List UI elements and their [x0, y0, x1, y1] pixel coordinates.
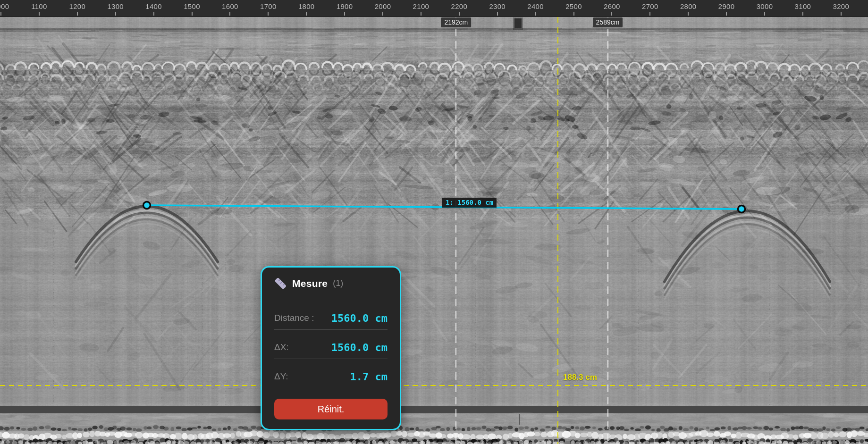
measurement-tag: 1: 1560.0 cm — [442, 198, 497, 208]
delta-x-value: 1560.0 cm — [331, 342, 388, 353]
ruler-tick — [0, 12, 1, 16]
distance-label: Distance : — [274, 313, 314, 323]
marker-tag-2589[interactable]: 2589cm — [593, 17, 623, 27]
ruler-tick-label: 3000 — [757, 2, 773, 10]
ruler-tick-label: 2300 — [489, 2, 506, 10]
ruler-tick — [306, 12, 307, 16]
ruler-tick-label: 2900 — [718, 2, 735, 10]
reset-button[interactable]: Réinit. — [274, 399, 388, 419]
radargram-image[interactable] — [0, 17, 868, 444]
ruler-tick-label: 2100 — [413, 2, 430, 10]
ruler-tick — [421, 12, 421, 16]
ruler-tick-label: 2800 — [680, 2, 697, 10]
panel-header: Mesure (1) — [274, 277, 343, 290]
ruler-tick-label: 1200 — [69, 2, 86, 10]
radargram-viewer: 2192cm 2589cm 188.3 cm 1: 1560.0 cm 1000… — [0, 0, 868, 444]
ruler-tick-label: 1800 — [298, 2, 315, 10]
measurement-endpoint-start[interactable] — [143, 202, 151, 209]
delta-x-label: ΔX: — [274, 342, 289, 352]
delta-y-row: ΔY: 1.7 cm — [274, 369, 388, 384]
marker-tag-2192[interactable]: 2192cm — [441, 17, 471, 27]
ruler-tick — [611, 12, 612, 16]
ruler-tick-label: 1000 — [0, 2, 9, 10]
ruler-tick — [688, 12, 689, 16]
panel-count: (1) — [333, 278, 343, 288]
ruler-tick-label: 2000 — [375, 2, 391, 10]
ruler-tick-label: 1300 — [107, 2, 124, 10]
ruler-tick — [649, 12, 650, 16]
ruler-tick-label: 3200 — [833, 2, 850, 10]
ruler-tick — [802, 12, 803, 16]
ruler-tick — [382, 12, 383, 16]
divider — [274, 329, 388, 330]
ruler-tick-label: 1900 — [337, 2, 353, 10]
marker-line-2589[interactable] — [607, 17, 608, 444]
ruler-tick — [764, 12, 765, 16]
divider — [274, 359, 388, 359]
ruler-tick — [39, 12, 40, 16]
ruler-tick-label: 1400 — [145, 2, 162, 10]
ruler-icon — [274, 277, 287, 290]
panel-title: Mesure — [292, 278, 328, 289]
top-ruler[interactable]: 1000110012001300140015001600170018001900… — [0, 0, 868, 17]
delta-x-row: ΔX: 1560.0 cm — [274, 340, 388, 354]
ruler-tick-label: 3100 — [795, 2, 811, 10]
ruler-tick — [115, 12, 116, 16]
ruler-tick-label: 2200 — [451, 2, 468, 10]
measurement-endpoint-end[interactable] — [738, 206, 745, 213]
ruler-tick-label: 2400 — [527, 2, 544, 10]
distance-value: 1560.0 cm — [331, 312, 388, 324]
crosshair-horizontal-line — [0, 385, 868, 386]
ruler-tick-label: 1600 — [222, 2, 238, 10]
ruler-tick — [229, 12, 230, 16]
delta-y-label: ΔY: — [274, 371, 288, 382]
ruler-tick — [77, 12, 78, 16]
marker-line-2192[interactable] — [455, 17, 456, 444]
ruler-tick — [841, 12, 842, 16]
crosshair-vertical-line — [557, 17, 558, 444]
ruler-tick-label: 1500 — [184, 2, 200, 10]
ruler-tick — [497, 12, 498, 16]
depth-label: 188.3 cm — [563, 373, 597, 382]
ruler-tick-label: 2500 — [565, 2, 582, 10]
ruler-tick-label: 2700 — [642, 2, 658, 10]
ruler-tick — [268, 12, 269, 16]
ruler-tick — [192, 12, 193, 16]
measure-panel: Mesure (1) Distance : 1560.0 cm ΔX: 1560… — [261, 266, 401, 430]
ruler-tick — [459, 12, 460, 16]
ruler-tick — [153, 12, 154, 16]
ruler-tick — [726, 12, 727, 16]
ruler-tick-label: 2600 — [604, 2, 620, 10]
ruler-tick — [535, 12, 536, 16]
delta-y-value: 1.7 cm — [350, 371, 388, 383]
ruler-tick-label: 1100 — [31, 2, 47, 10]
distance-row: Distance : 1560.0 cm — [274, 311, 388, 325]
ruler-tick — [344, 12, 345, 16]
ruler-tick — [573, 12, 574, 16]
ruler-tick-label: 1700 — [260, 2, 277, 10]
